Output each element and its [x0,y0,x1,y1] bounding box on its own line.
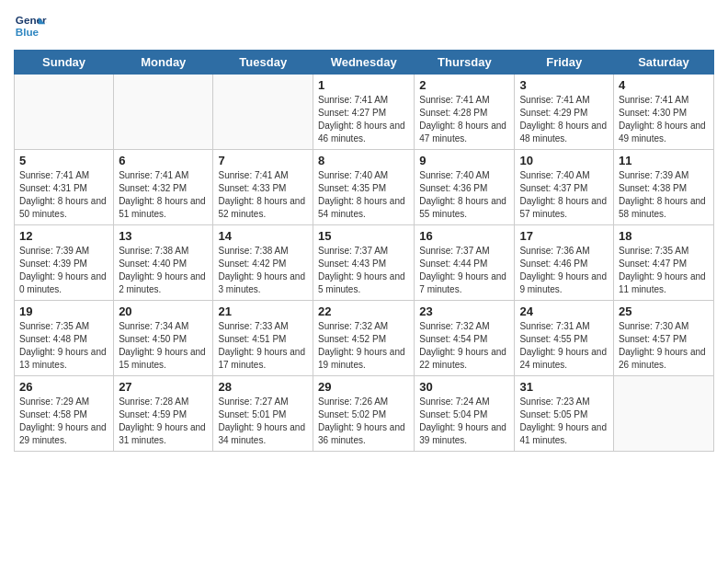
day-detail: Sunrise: 7:35 AM Sunset: 4:47 PM Dayligh… [619,245,709,296]
day-number: 13 [119,229,208,243]
day-detail: Sunrise: 7:31 AM Sunset: 4:55 PM Dayligh… [519,320,609,372]
week-row-3: 12Sunrise: 7:39 AM Sunset: 4:39 PM Dayli… [15,225,714,301]
day-cell-22: 22Sunrise: 7:32 AM Sunset: 4:52 PM Dayli… [313,301,415,376]
col-header-friday: Friday [515,51,614,75]
day-detail: Sunrise: 7:33 AM Sunset: 4:51 PM Dayligh… [218,320,308,372]
day-cell-3: 3Sunrise: 7:41 AM Sunset: 4:29 PM Daylig… [515,75,614,150]
day-cell-4: 4Sunrise: 7:41 AM Sunset: 4:30 PM Daylig… [614,75,714,150]
day-number: 6 [119,154,208,167]
day-detail: Sunrise: 7:38 AM Sunset: 4:40 PM Dayligh… [119,245,208,296]
day-detail: Sunrise: 7:28 AM Sunset: 4:59 PM Dayligh… [119,396,208,447]
day-cell-2: 2Sunrise: 7:41 AM Sunset: 4:28 PM Daylig… [415,75,515,150]
day-detail: Sunrise: 7:30 AM Sunset: 4:57 PM Dayligh… [619,320,709,372]
day-number: 8 [318,154,409,167]
day-number: 17 [519,229,609,243]
day-number: 3 [519,78,609,92]
week-row-4: 19Sunrise: 7:35 AM Sunset: 4:48 PM Dayli… [15,301,714,376]
day-number: 15 [318,229,409,243]
day-detail: Sunrise: 7:37 AM Sunset: 4:44 PM Dayligh… [419,245,509,296]
day-number: 28 [218,380,308,394]
day-detail: Sunrise: 7:40 AM Sunset: 4:36 PM Dayligh… [419,169,509,221]
day-number: 18 [619,229,709,243]
col-header-tuesday: Tuesday [213,51,313,75]
day-number: 23 [419,304,509,318]
day-number: 5 [19,154,108,167]
day-cell-7: 7Sunrise: 7:41 AM Sunset: 4:33 PM Daylig… [213,150,313,225]
day-number: 1 [318,78,409,92]
svg-text:General: General [16,14,47,26]
calendar-table: SundayMondayTuesdayWednesdayThursdayFrid… [14,50,714,452]
day-number: 2 [419,78,509,92]
day-cell-empty [15,75,114,150]
col-header-sunday: Sunday [15,51,114,75]
logo-icon: General Blue [14,9,47,42]
week-row-2: 5Sunrise: 7:41 AM Sunset: 4:31 PM Daylig… [15,150,714,225]
day-number: 9 [419,154,509,167]
day-detail: Sunrise: 7:27 AM Sunset: 5:01 PM Dayligh… [218,396,308,447]
day-number: 11 [619,154,709,167]
day-number: 27 [119,380,208,394]
page-container: General Blue SundayMondayTuesdayWednesda… [0,0,728,461]
day-cell-30: 30Sunrise: 7:24 AM Sunset: 5:04 PM Dayli… [415,376,515,452]
week-row-5: 26Sunrise: 7:29 AM Sunset: 4:58 PM Dayli… [15,376,714,452]
day-cell-26: 26Sunrise: 7:29 AM Sunset: 4:58 PM Dayli… [15,376,114,452]
day-number: 31 [519,380,609,394]
day-detail: Sunrise: 7:34 AM Sunset: 4:50 PM Dayligh… [119,320,208,372]
day-detail: Sunrise: 7:38 AM Sunset: 4:42 PM Dayligh… [218,245,308,296]
day-cell-15: 15Sunrise: 7:37 AM Sunset: 4:43 PM Dayli… [313,225,415,301]
day-detail: Sunrise: 7:41 AM Sunset: 4:27 PM Dayligh… [318,94,409,145]
day-cell-5: 5Sunrise: 7:41 AM Sunset: 4:31 PM Daylig… [15,150,114,225]
day-number: 24 [519,304,609,318]
day-number: 20 [119,304,208,318]
day-cell-19: 19Sunrise: 7:35 AM Sunset: 4:48 PM Dayli… [15,301,114,376]
day-cell-empty [114,75,213,150]
logo: General Blue [14,9,51,42]
day-cell-17: 17Sunrise: 7:36 AM Sunset: 4:46 PM Dayli… [515,225,614,301]
day-number: 30 [419,380,509,394]
day-cell-28: 28Sunrise: 7:27 AM Sunset: 5:01 PM Dayli… [213,376,313,452]
day-number: 25 [619,304,709,318]
page-header: General Blue [14,9,714,42]
col-header-saturday: Saturday [614,51,714,75]
col-header-thursday: Thursday [415,51,515,75]
day-number: 19 [19,304,108,318]
calendar-header-row: SundayMondayTuesdayWednesdayThursdayFrid… [15,51,714,75]
day-cell-25: 25Sunrise: 7:30 AM Sunset: 4:57 PM Dayli… [614,301,714,376]
day-number: 12 [19,229,108,243]
day-detail: Sunrise: 7:39 AM Sunset: 4:39 PM Dayligh… [19,245,108,296]
day-cell-14: 14Sunrise: 7:38 AM Sunset: 4:42 PM Dayli… [213,225,313,301]
day-detail: Sunrise: 7:40 AM Sunset: 4:35 PM Dayligh… [318,169,409,221]
day-cell-27: 27Sunrise: 7:28 AM Sunset: 4:59 PM Dayli… [114,376,213,452]
day-cell-29: 29Sunrise: 7:26 AM Sunset: 5:02 PM Dayli… [313,376,415,452]
day-detail: Sunrise: 7:37 AM Sunset: 4:43 PM Dayligh… [318,245,409,296]
day-cell-empty [213,75,313,150]
day-number: 29 [318,380,409,394]
day-number: 16 [419,229,509,243]
day-detail: Sunrise: 7:35 AM Sunset: 4:48 PM Dayligh… [19,320,108,372]
day-cell-10: 10Sunrise: 7:40 AM Sunset: 4:37 PM Dayli… [515,150,614,225]
day-number: 10 [519,154,609,167]
day-detail: Sunrise: 7:24 AM Sunset: 5:04 PM Dayligh… [419,396,509,447]
day-cell-21: 21Sunrise: 7:33 AM Sunset: 4:51 PM Dayli… [213,301,313,376]
day-cell-13: 13Sunrise: 7:38 AM Sunset: 4:40 PM Dayli… [114,225,213,301]
day-detail: Sunrise: 7:40 AM Sunset: 4:37 PM Dayligh… [519,169,609,221]
day-detail: Sunrise: 7:39 AM Sunset: 4:38 PM Dayligh… [619,169,709,221]
day-detail: Sunrise: 7:29 AM Sunset: 4:58 PM Dayligh… [19,396,108,447]
day-cell-1: 1Sunrise: 7:41 AM Sunset: 4:27 PM Daylig… [313,75,415,150]
week-row-1: 1Sunrise: 7:41 AM Sunset: 4:27 PM Daylig… [15,75,714,150]
day-cell-8: 8Sunrise: 7:40 AM Sunset: 4:35 PM Daylig… [313,150,415,225]
day-number: 7 [218,154,308,167]
day-detail: Sunrise: 7:26 AM Sunset: 5:02 PM Dayligh… [318,396,409,447]
day-detail: Sunrise: 7:36 AM Sunset: 4:46 PM Dayligh… [519,245,609,296]
day-cell-24: 24Sunrise: 7:31 AM Sunset: 4:55 PM Dayli… [515,301,614,376]
day-number: 22 [318,304,409,318]
day-detail: Sunrise: 7:32 AM Sunset: 4:54 PM Dayligh… [419,320,509,372]
day-detail: Sunrise: 7:41 AM Sunset: 4:30 PM Dayligh… [619,94,709,145]
col-header-monday: Monday [114,51,213,75]
day-cell-23: 23Sunrise: 7:32 AM Sunset: 4:54 PM Dayli… [415,301,515,376]
day-detail: Sunrise: 7:23 AM Sunset: 5:05 PM Dayligh… [519,396,609,447]
day-cell-6: 6Sunrise: 7:41 AM Sunset: 4:32 PM Daylig… [114,150,213,225]
col-header-wednesday: Wednesday [313,51,415,75]
day-detail: Sunrise: 7:41 AM Sunset: 4:29 PM Dayligh… [519,94,609,145]
day-number: 26 [19,380,108,394]
